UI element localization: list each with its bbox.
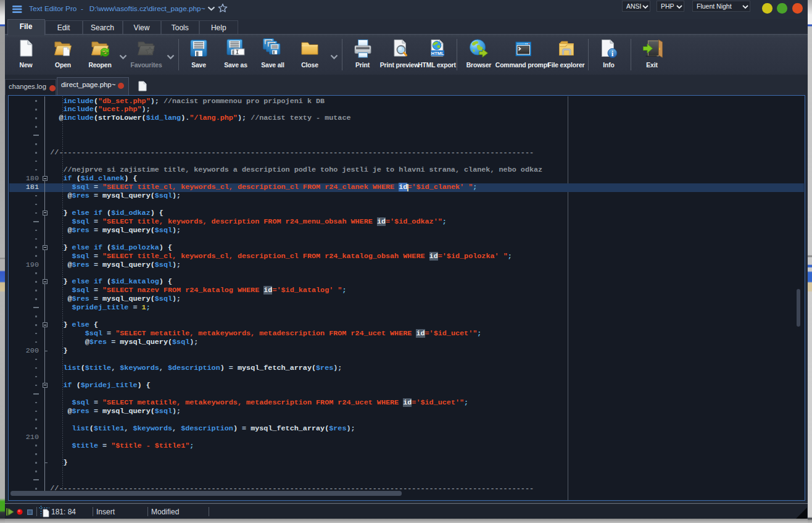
svg-text:HTML: HTML — [431, 51, 444, 56]
svg-text:i: i — [611, 49, 613, 58]
